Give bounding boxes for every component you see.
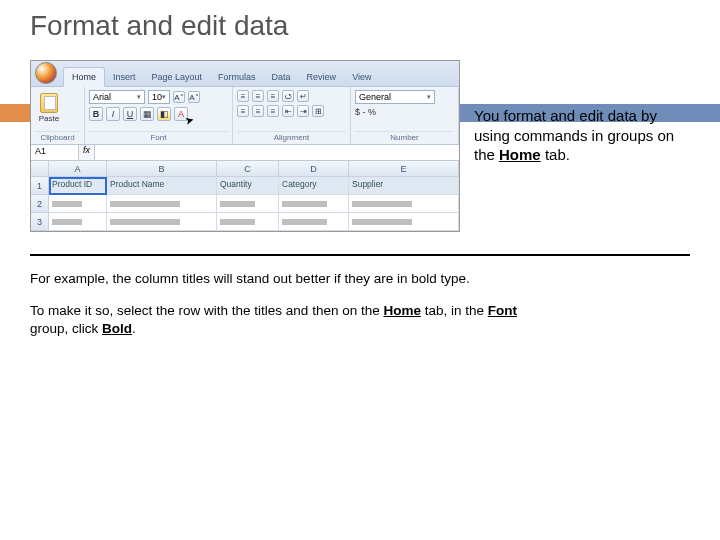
col-header-B[interactable]: B <box>107 161 217 177</box>
tab-view[interactable]: View <box>344 68 379 86</box>
number-buttons[interactable]: $ - % <box>355 107 454 117</box>
name-box[interactable]: A1 <box>31 145 79 160</box>
merge-icon[interactable]: ⊞ <box>312 105 324 117</box>
col-header-C[interactable]: C <box>217 161 279 177</box>
font-color-icon[interactable]: A➤ <box>174 107 188 121</box>
chevron-down-icon: ▾ <box>427 93 431 101</box>
chevron-down-icon: ▾ <box>137 93 141 101</box>
fx-icon[interactable]: fx <box>79 145 95 160</box>
group-label-alignment: Alignment <box>237 131 346 144</box>
cell-C3[interactable] <box>217 213 279 231</box>
cell-A2[interactable] <box>49 195 107 213</box>
placeholder-icon <box>110 219 180 225</box>
paste-button[interactable]: Paste <box>35 90 63 126</box>
font-name-select[interactable]: Arial▾ <box>89 90 145 104</box>
number-format-value: General <box>359 92 391 102</box>
font-name-value: Arial <box>93 92 111 102</box>
row-header-1[interactable]: 1 <box>31 177 49 195</box>
paste-icon <box>40 93 58 113</box>
placeholder-icon <box>110 201 180 207</box>
tab-home[interactable]: Home <box>63 67 105 87</box>
col-header-E[interactable]: E <box>349 161 459 177</box>
cell-A1[interactable]: Product ID <box>49 177 107 195</box>
para2-c: tab, in the <box>421 303 488 318</box>
paste-label: Paste <box>39 114 59 123</box>
cell-E3[interactable] <box>349 213 459 231</box>
cell-B3[interactable] <box>107 213 217 231</box>
group-font: Arial▾ 10▾ A˄ A˅ B I U ▦ ◧ A➤ <box>85 87 233 144</box>
cell-C1[interactable]: Quantity <box>217 177 279 195</box>
row-header-3[interactable]: 3 <box>31 213 49 231</box>
tab-page-layout[interactable]: Page Layout <box>144 68 211 86</box>
row-header-2[interactable]: 2 <box>31 195 49 213</box>
placeholder-icon <box>52 201 82 207</box>
ribbon: Paste Clipboard Arial▾ 10▾ A˄ A˅ B <box>31 87 459 145</box>
select-all-corner[interactable] <box>31 161 49 177</box>
placeholder-icon <box>282 219 327 225</box>
align-top-icon[interactable]: ≡ <box>237 90 249 102</box>
divider <box>30 254 690 256</box>
orientation-icon[interactable]: ⭯ <box>282 90 294 102</box>
increase-indent-icon[interactable]: ⇥ <box>297 105 309 117</box>
align-bottom-icon[interactable]: ≡ <box>267 90 279 102</box>
tab-review[interactable]: Review <box>299 68 345 86</box>
office-button-icon[interactable] <box>35 62 57 84</box>
content-row: Home Insert Page Layout Formulas Data Re… <box>30 60 690 232</box>
align-right-icon[interactable]: ≡ <box>267 105 279 117</box>
side-text-home: Home <box>499 146 541 163</box>
cell-D1[interactable]: Category <box>279 177 349 195</box>
border-icon[interactable]: ▦ <box>140 107 154 121</box>
cell-E2[interactable] <box>349 195 459 213</box>
col-header-D[interactable]: D <box>279 161 349 177</box>
para2-home: Home <box>383 303 421 318</box>
para2-g: . <box>132 321 136 336</box>
tab-data[interactable]: Data <box>264 68 299 86</box>
align-middle-icon[interactable]: ≡ <box>252 90 264 102</box>
wrap-text-icon[interactable]: ↵ <box>297 90 309 102</box>
ribbon-tabs: Home Insert Page Layout Formulas Data Re… <box>31 61 459 87</box>
tab-formulas[interactable]: Formulas <box>210 68 264 86</box>
page-title: Format and edit data <box>30 10 690 42</box>
cell-A3[interactable] <box>49 213 107 231</box>
align-left-icon[interactable]: ≡ <box>237 105 249 117</box>
column-headers: A B C D E <box>31 161 459 177</box>
bold-button[interactable]: B <box>89 107 103 121</box>
para2-a: To make it so, select the row with the t… <box>30 303 383 318</box>
para2-bold: Bold <box>102 321 132 336</box>
cell-B2[interactable] <box>107 195 217 213</box>
number-format-select[interactable]: General▾ <box>355 90 435 104</box>
align-center-icon[interactable]: ≡ <box>252 105 264 117</box>
table-row: 2 <box>31 195 459 213</box>
worksheet-grid: A B C D E 1 Product ID Product Name Quan… <box>31 161 459 231</box>
fill-color-icon[interactable]: ◧ <box>157 107 171 121</box>
placeholder-icon <box>282 201 327 207</box>
font-size-select[interactable]: 10▾ <box>148 90 170 104</box>
group-clipboard: Paste Clipboard <box>31 87 85 144</box>
placeholder-icon <box>352 219 412 225</box>
increase-font-icon[interactable]: A˄ <box>173 91 185 103</box>
decrease-font-icon[interactable]: A˅ <box>188 91 200 103</box>
tab-insert[interactable]: Insert <box>105 68 144 86</box>
cursor-icon: ➤ <box>183 113 195 128</box>
formula-input[interactable] <box>95 145 459 160</box>
cell-D3[interactable] <box>279 213 349 231</box>
cell-B1[interactable]: Product Name <box>107 177 217 195</box>
cell-D2[interactable] <box>279 195 349 213</box>
italic-button[interactable]: I <box>106 107 120 121</box>
placeholder-icon <box>220 219 255 225</box>
placeholder-icon <box>52 219 82 225</box>
font-size-value: 10 <box>152 92 162 102</box>
cell-E1[interactable]: Supplier <box>349 177 459 195</box>
formula-bar: A1 fx <box>31 145 459 161</box>
excel-screenshot: Home Insert Page Layout Formulas Data Re… <box>30 60 460 232</box>
paragraph-2: To make it so, select the row with the t… <box>30 302 550 338</box>
group-label-font: Font <box>89 131 228 144</box>
cell-C2[interactable] <box>217 195 279 213</box>
table-row: 3 <box>31 213 459 231</box>
side-text-part3: tab. <box>541 146 570 163</box>
col-header-A[interactable]: A <box>49 161 107 177</box>
underline-button[interactable]: U <box>123 107 137 121</box>
slide: Format and edit data Home Insert Page La… <box>0 0 720 540</box>
decrease-indent-icon[interactable]: ⇤ <box>282 105 294 117</box>
para2-font: Font <box>488 303 517 318</box>
